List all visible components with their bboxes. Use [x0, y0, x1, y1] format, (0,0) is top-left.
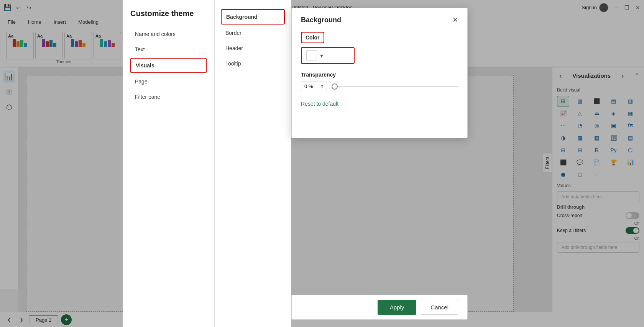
transparency-row: 0 % ⬍ — [301, 82, 458, 91]
nav-page[interactable]: Page — [130, 75, 207, 88]
apply-button[interactable]: Apply — [378, 300, 417, 315]
nav-text[interactable]: Text — [130, 43, 207, 56]
transparency-value: 0 % — [304, 83, 313, 89]
transparency-label: Transparency — [301, 72, 458, 78]
sub-nav-header[interactable]: Header — [221, 41, 285, 55]
color-dropdown-arrow-icon[interactable]: ▾ — [320, 52, 323, 59]
reset-section: Reset to default — [301, 100, 458, 107]
reset-to-default-link[interactable]: Reset to default — [301, 101, 338, 107]
sub-nav-tooltip[interactable]: Tooltip — [221, 57, 285, 70]
nav-name-and-colors[interactable]: Name and colors — [130, 27, 207, 41]
transparency-stepper[interactable]: ⬍ — [320, 84, 324, 88]
cancel-button[interactable]: Cancel — [421, 300, 458, 315]
customize-theme-title: Customize theme — [130, 9, 207, 18]
sub-panel: Background Border Header Tooltip — [215, 0, 291, 327]
dialog-buttons: Apply Cancel — [291, 295, 468, 320]
customize-theme-panel: Customize theme Name and colors Text Vis… — [123, 0, 215, 327]
bg-dialog-header: Background ✕ — [301, 16, 458, 24]
nav-visuals[interactable]: Visuals — [130, 58, 207, 73]
bg-dialog: Background ✕ Color ▾ Transparency 0 % ⬍ … — [291, 8, 468, 138]
color-section-label-box: Color — [301, 32, 324, 43]
nav-filter-pane[interactable]: Filter pane — [130, 90, 207, 104]
transparency-slider-thumb[interactable] — [332, 83, 338, 90]
transparency-section: Transparency 0 % ⬍ — [301, 72, 458, 91]
sub-nav-border[interactable]: Border — [221, 26, 285, 40]
sub-nav-background[interactable]: Background — [221, 9, 285, 25]
color-picker-row[interactable]: ▾ — [301, 47, 355, 64]
transparency-input[interactable]: 0 % ⬍ — [301, 82, 327, 91]
transparency-slider-track[interactable] — [332, 86, 458, 87]
color-section-label: Color — [306, 34, 320, 41]
color-section: Color ▾ — [301, 32, 458, 64]
color-swatch — [306, 50, 317, 61]
bg-dialog-title: Background — [301, 16, 341, 24]
bg-dialog-close-button[interactable]: ✕ — [452, 16, 458, 24]
